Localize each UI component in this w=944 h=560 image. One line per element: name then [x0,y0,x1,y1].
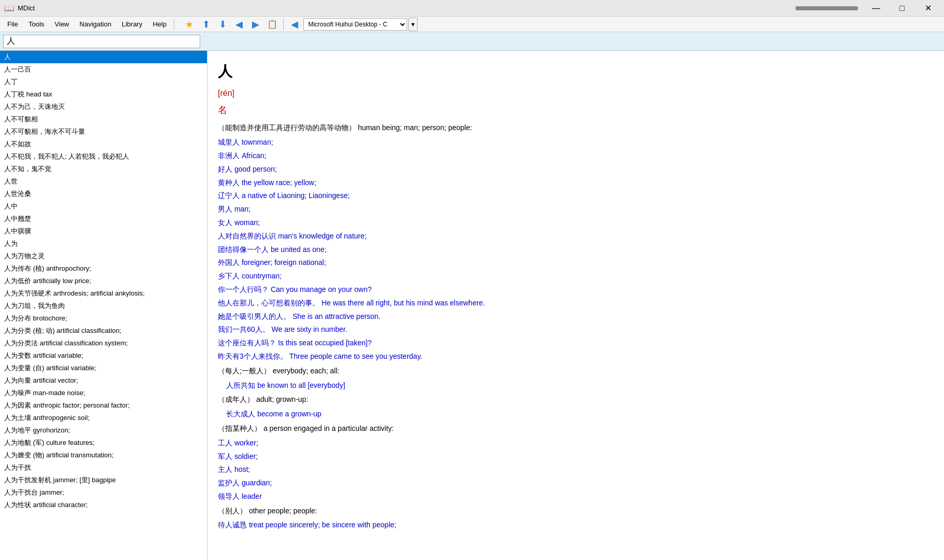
dict-entry: 工人 worker; [218,437,934,450]
word-list-item[interactable]: 人不为己，天诛地灭 [0,101,207,113]
dict-toggle-button[interactable]: ◀ [287,18,302,31]
word-list-item[interactable]: 人中骐骥 [0,225,207,237]
menu-bar: File Tools View Navigation Library Help … [0,17,944,32]
toolbar-separator-2 [283,19,284,30]
title-left: 📖 MDict [4,3,35,13]
word-list-item[interactable]: 人为分类 (植; 动) artificial classification; [0,325,207,337]
dict-entry: 乡下人 countryman; [218,270,934,283]
title-bar: 📖 MDict — □ ✕ [0,0,944,17]
dict-entry: 他人在那儿，心可想着别的事。 He was there all right, b… [218,297,934,310]
title-controls: — □ ✕ [796,1,940,16]
word-list-item[interactable]: 人为刀俎，我为鱼肉 [0,300,207,312]
dict-entry: 辽宁人 a native of Liaoning; Liaoningese; [218,190,934,202]
word-list-item[interactable]: 人中 [0,200,207,213]
word-list-item[interactable]: 人不如故 [0,138,207,150]
dict-category: （成年人） adult; grown-up: [218,394,934,406]
dict-entry: 城里人 townman; [218,136,934,149]
word-list-item[interactable]: 人不可貌相，海水不可斗量 [0,125,207,138]
dictionary-panel: 人 [rén] 名 （能制造并使用工具进行劳动的高等动物） human bein… [207,51,944,560]
maximize-button[interactable]: □ [890,1,914,16]
word-list-item[interactable]: 人为变数 artificial variable; [0,349,207,362]
dict-entry: 非洲人 African; [218,150,934,162]
app-icon: 📖 [4,3,15,13]
dict-entry: 长大成人 become a grown-up [226,408,934,421]
word-list-item[interactable]: 人为性状 artificial character; [0,499,207,511]
word-list-item[interactable]: 人一己百 [0,63,207,76]
word-list-item[interactable]: 人为干扰 [0,461,207,474]
word-list-item[interactable]: 人中翘楚 [0,213,207,225]
dict-entry: 好人 good person; [218,163,934,176]
dict-entry: 人对自然界的认识 man's knowledge of nature; [218,230,934,243]
title-progress [796,6,858,10]
dict-entry: 军人 soldier; [218,451,934,463]
word-list-item[interactable]: 人为因素 anthropic factor; personal factor; [0,399,207,412]
minimize-button[interactable]: — [864,1,888,16]
word-list-item[interactable]: 人为地平 gyrohorizon; [0,424,207,437]
word-list-item[interactable]: 人为向量 artificial vector; [0,374,207,387]
copy-button[interactable]: 📋 [265,18,280,31]
dict-entry: 女人 woman; [218,217,934,229]
word-list-item[interactable]: 人为变量 (自) artificial variable; [0,362,207,374]
dict-entry: 待人诚恳 treat people sincerely; be sincere … [218,519,934,531]
word-list-item[interactable]: 人不犯我，我不犯人; 人若犯我，我必犯人 [0,150,207,163]
forward-button[interactable]: ⬇ [215,18,230,31]
next-button[interactable]: ▶ [248,18,263,31]
menu-library[interactable]: Library [117,18,148,30]
dict-pos: 名 [218,102,934,118]
word-list-item[interactable]: 人为传布 (植) anthropochory; [0,262,207,275]
dict-entry: 主人 host; [218,464,934,476]
dict-entry: 人所共知 be known to all [everybody] [226,380,934,392]
back-button[interactable]: ⬆ [198,18,214,31]
word-list-item[interactable]: 人为 [0,237,207,250]
search-input[interactable] [3,35,200,48]
dict-entry: 黄种人 the yellow race; yellow; [218,177,934,189]
dict-content: （能制造并使用工具进行劳动的高等动物） human being; man; pe… [218,122,934,531]
close-button[interactable]: ✕ [916,1,940,16]
word-list-panel: 人人一己百人丁人丁税 head tax人不为己，天诛地灭人不可貌相人不可貌相，海… [0,51,207,560]
dict-entry: 我们一共60人。 We are sixty in number. [218,324,934,336]
dict-entry: 领导人 leader [218,491,934,503]
dict-category: （能制造并使用工具进行劳动的高等动物） human being; man; pe… [218,122,934,134]
dict-entry: 你一个人行吗？ Can you manage on your own? [218,284,934,296]
word-list-item[interactable]: 人为噪声 man-made noise; [0,387,207,399]
word-list-item[interactable]: 人为万物之灵 [0,250,207,262]
word-list-item[interactable]: 人为地貌 (军) culture features; [0,437,207,449]
dict-headword: 人 [218,59,934,84]
toolbar-separator-1 [174,19,174,30]
menu-help[interactable]: Help [147,18,172,30]
word-list-item[interactable]: 人不知，鬼不觉 [0,163,207,175]
pos-icon: 名 [218,105,227,115]
dict-entry: 团结得像一个人 be united as one; [218,244,934,256]
word-list-item[interactable]: 人为干扰发射机 jammer; [里] bagpipe [0,474,207,486]
dict-dropdown-arrow[interactable]: ▼ [408,18,418,31]
word-list-item[interactable]: 人世 [0,175,207,188]
word-list-item[interactable]: 人为关节强硬术 arthrodesis; artificial ankylosi… [0,287,207,300]
dict-entry: 外国人 foreigner; foreign national; [218,257,934,269]
word-list-item[interactable]: 人为分类法 artificial classification system; [0,337,207,349]
menu-navigation[interactable]: Navigation [74,18,116,30]
app-title: MDict [18,4,35,12]
word-list-item[interactable]: 人世沧桑 [0,188,207,200]
word-list-item[interactable]: 人 [0,51,207,63]
dict-entry: 男人 man; [218,203,934,216]
menu-tools[interactable]: Tools [23,18,49,30]
menu-file[interactable]: File [2,18,23,30]
word-list: 人人一己百人丁人丁税 head tax人不为己，天诛地灭人不可貌相人不可貌相，海… [0,51,207,560]
word-list-item[interactable]: 人丁税 head tax [0,88,207,101]
word-list-item[interactable]: 人不可貌相 [0,113,207,125]
word-list-item[interactable]: 人为低价 artificially low price; [0,275,207,287]
dictionary-selector[interactable]: Microsoft Huihui Desktop - C [303,18,407,31]
word-list-item[interactable]: 人为土壤 anthropogenic soil; [0,412,207,424]
star-button[interactable]: ★ [182,18,197,31]
word-list-item[interactable]: 人为干扰台 jammer; [0,486,207,499]
search-bar [0,32,944,51]
toolbar: ★ ⬆ ⬇ ◀ ▶ 📋 ◀ Microsoft Huihui Desktop -… [182,18,418,31]
menu-view[interactable]: View [49,18,74,30]
word-list-item[interactable]: 人为嬗变 (物) artificial transmutation; [0,449,207,461]
word-list-item[interactable]: 人丁 [0,76,207,88]
word-list-item[interactable]: 人为分布 brotochore; [0,312,207,325]
main-content: 人人一己百人丁人丁税 head tax人不为己，天诛地灭人不可貌相人不可貌相，海… [0,51,944,560]
dict-pinyin: [rén] [218,86,934,100]
dict-category: （每人;一般人） everybody; each; all: [218,365,934,377]
prev-button[interactable]: ◀ [231,18,247,31]
